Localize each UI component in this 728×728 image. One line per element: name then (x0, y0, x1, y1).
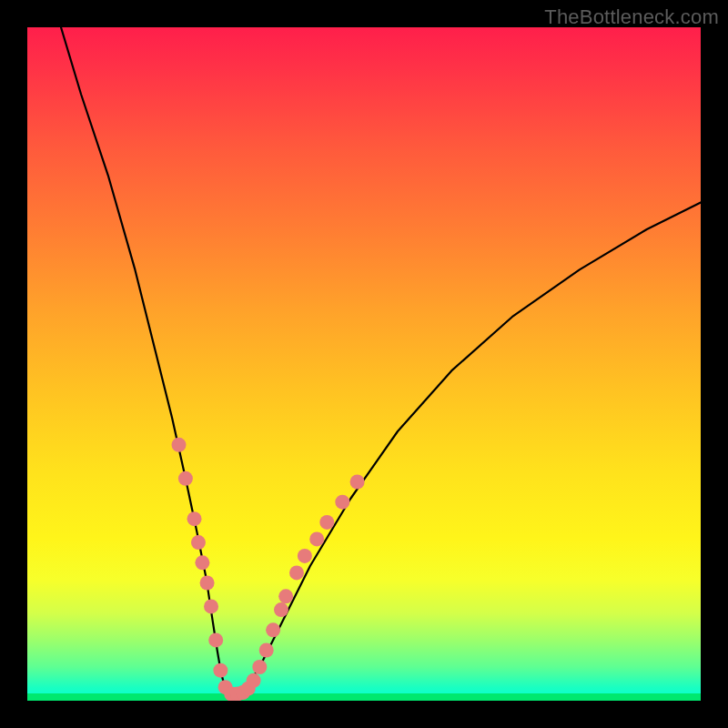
highlight-point (187, 511, 202, 526)
highlight-point (319, 515, 334, 530)
highlight-point (247, 673, 261, 688)
highlight-point (274, 602, 288, 617)
highlight-point (204, 599, 218, 613)
highlight-point (172, 438, 187, 452)
bottleneck-curve (61, 27, 701, 694)
highlight-point (178, 471, 193, 486)
highlight-point (350, 475, 365, 490)
highlight-point (309, 531, 324, 546)
highlight-point (213, 663, 228, 678)
plot-area (27, 27, 701, 701)
highlight-point (191, 535, 206, 550)
highlight-point (278, 589, 293, 603)
highlight-point (195, 555, 209, 570)
watermark-text: TheBottleneck.com (544, 5, 719, 29)
highlight-point (335, 495, 349, 510)
highlight-point-group (172, 438, 365, 701)
highlight-point (208, 632, 223, 647)
chart-frame: TheBottleneck.com (0, 0, 728, 728)
baseline-strip (27, 693, 701, 701)
highlight-point (218, 680, 233, 694)
curve-layer (27, 27, 701, 701)
highlight-point (266, 622, 280, 637)
highlight-point (252, 660, 267, 674)
highlight-point (298, 549, 312, 563)
highlight-point (289, 565, 304, 580)
highlight-point (200, 576, 215, 591)
highlight-point (259, 643, 274, 658)
